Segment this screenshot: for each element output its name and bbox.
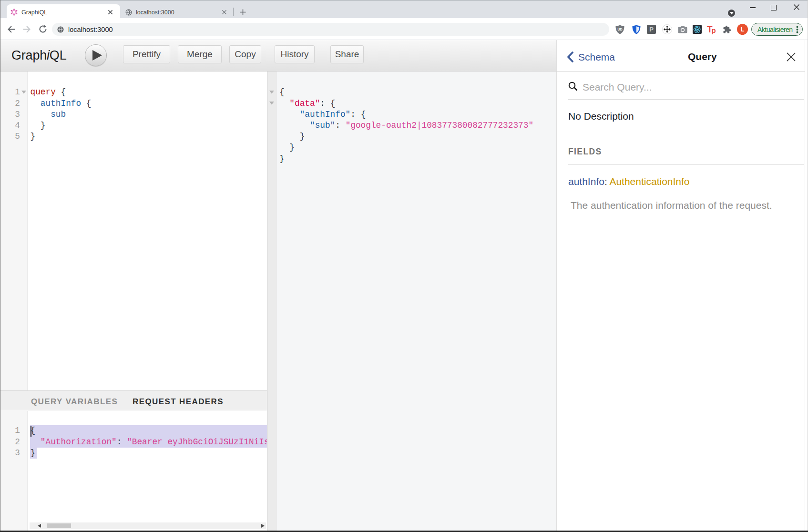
- svg-text:UD: UD: [617, 28, 622, 31]
